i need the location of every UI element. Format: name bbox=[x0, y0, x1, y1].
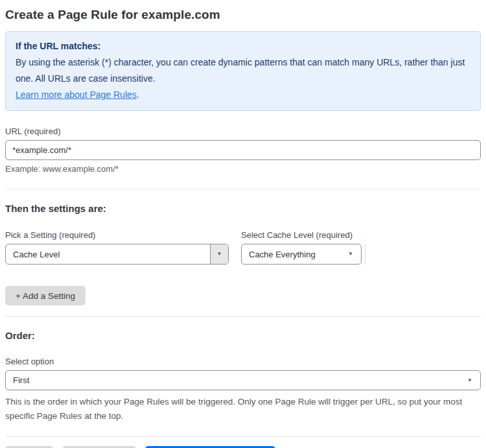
callout-link-suffix: . bbox=[137, 89, 139, 100]
add-setting-button[interactable]: + Add a Setting bbox=[5, 286, 86, 305]
cache-level-label: Select Cache Level (required) bbox=[241, 230, 365, 240]
order-select-arrow: ▼ bbox=[467, 378, 480, 383]
cache-level-select-arrow: ▼ bbox=[348, 252, 361, 257]
url-example-helper: Example: www.example.com/* bbox=[5, 164, 481, 174]
cache-level-select[interactable]: Cache Everything ▼ bbox=[241, 244, 362, 265]
setting-picker-column: Pick a Setting (required) Cache Level ▼ bbox=[5, 230, 229, 265]
cache-level-select-value: Cache Everything bbox=[242, 250, 348, 259]
settings-row: Pick a Setting (required) Cache Level ▼ … bbox=[5, 230, 481, 265]
divider bbox=[5, 316, 481, 317]
callout-body: By using the asterisk (*) character, you… bbox=[16, 54, 470, 87]
chevron-down-icon: ▼ bbox=[348, 252, 353, 257]
divider bbox=[5, 189, 481, 189]
divider bbox=[5, 436, 481, 437]
order-select-value: First bbox=[6, 375, 467, 385]
page-title: Create a Page Rule for example.com bbox=[5, 7, 481, 22]
vertical-divider bbox=[365, 244, 365, 265]
create-page-rule-form: Create a Page Rule for example.com If th… bbox=[0, 0, 486, 448]
setting-select-arrow-segment: ▼ bbox=[210, 244, 228, 264]
url-field-label: URL (required) bbox=[5, 126, 481, 136]
order-select-label: Select option bbox=[5, 357, 481, 366]
cache-level-column: Select Cache Level (required) Cache Ever… bbox=[241, 230, 365, 265]
setting-picker-label: Pick a Setting (required) bbox=[5, 230, 229, 240]
url-matches-callout: If the URL matches: By using the asteris… bbox=[5, 31, 481, 111]
order-helper-text: This is the order in which your Page Rul… bbox=[5, 395, 463, 423]
order-select[interactable]: First ▼ bbox=[5, 370, 481, 390]
callout-link-line: Learn more about Page Rules. bbox=[16, 87, 470, 103]
setting-select[interactable]: Cache Level ▼ bbox=[5, 244, 229, 265]
cache-level-wrap: Cache Everything ▼ bbox=[241, 240, 365, 265]
callout-heading: If the URL matches: bbox=[16, 38, 470, 54]
learn-more-link[interactable]: Learn more about Page Rules bbox=[16, 89, 137, 100]
setting-select-value: Cache Level bbox=[6, 250, 210, 259]
chevron-down-icon: ▼ bbox=[467, 378, 472, 383]
order-section-heading: Order: bbox=[5, 330, 481, 342]
settings-section-heading: Then the settings are: bbox=[5, 203, 481, 215]
url-input[interactable] bbox=[5, 140, 481, 160]
chevron-down-icon: ▼ bbox=[217, 252, 222, 257]
